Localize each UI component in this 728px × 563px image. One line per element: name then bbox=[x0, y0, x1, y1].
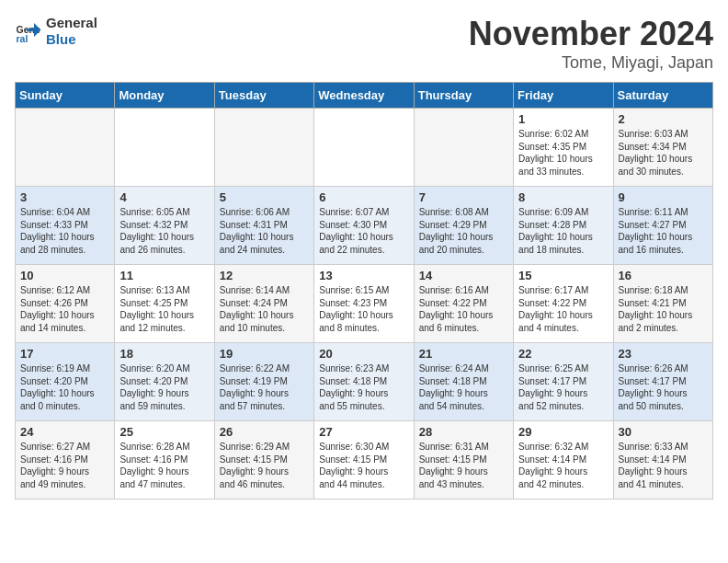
day-number: 5 bbox=[220, 190, 309, 204]
calendar-day-cell: 30Sunrise: 6:33 AM Sunset: 4:14 PM Dayli… bbox=[613, 421, 712, 500]
weekday-header-thursday: Thursday bbox=[414, 83, 513, 109]
day-info: Sunrise: 6:33 AM Sunset: 4:14 PM Dayligh… bbox=[619, 441, 708, 490]
day-number: 25 bbox=[119, 425, 209, 439]
day-info: Sunrise: 6:11 AM Sunset: 4:27 PM Dayligh… bbox=[619, 206, 708, 256]
day-number: 6 bbox=[319, 190, 408, 204]
day-info: Sunrise: 6:14 AM Sunset: 4:24 PM Dayligh… bbox=[220, 284, 309, 334]
day-info: Sunrise: 6:20 AM Sunset: 4:20 PM Dayligh… bbox=[119, 362, 209, 412]
day-number: 24 bbox=[20, 425, 109, 439]
title-block: November 2024 Tome, Miyagi, Japan bbox=[469, 15, 713, 73]
day-info: Sunrise: 6:29 AM Sunset: 4:15 PM Dayligh… bbox=[220, 441, 309, 490]
day-number: 29 bbox=[518, 425, 608, 439]
calendar-day-cell: 19Sunrise: 6:22 AM Sunset: 4:19 PM Dayli… bbox=[214, 343, 313, 421]
day-info: Sunrise: 6:07 AM Sunset: 4:30 PM Dayligh… bbox=[319, 206, 408, 256]
calendar-empty-cell bbox=[414, 109, 513, 187]
logo-blue: Blue bbox=[46, 31, 76, 47]
day-info: Sunrise: 6:08 AM Sunset: 4:29 PM Dayligh… bbox=[419, 206, 508, 256]
weekday-header-monday: Monday bbox=[115, 83, 214, 109]
logo-general: General bbox=[46, 15, 97, 30]
logo-icon: Gene ral bbox=[15, 17, 42, 45]
day-info: Sunrise: 6:16 AM Sunset: 4:22 PM Dayligh… bbox=[419, 284, 508, 334]
weekday-header-sunday: Sunday bbox=[16, 83, 115, 109]
day-info: Sunrise: 6:04 AM Sunset: 4:33 PM Dayligh… bbox=[20, 206, 109, 256]
calendar-week-row: 10Sunrise: 6:12 AM Sunset: 4:26 PM Dayli… bbox=[16, 265, 713, 343]
day-number: 8 bbox=[518, 190, 608, 204]
calendar-day-cell: 10Sunrise: 6:12 AM Sunset: 4:26 PM Dayli… bbox=[16, 265, 115, 343]
day-number: 23 bbox=[619, 347, 708, 361]
calendar-day-cell: 7Sunrise: 6:08 AM Sunset: 4:29 PM Daylig… bbox=[414, 187, 513, 265]
day-number: 27 bbox=[319, 425, 408, 439]
day-info: Sunrise: 6:05 AM Sunset: 4:32 PM Dayligh… bbox=[119, 206, 209, 256]
calendar-day-cell: 22Sunrise: 6:25 AM Sunset: 4:17 PM Dayli… bbox=[514, 343, 613, 421]
day-number: 13 bbox=[319, 269, 408, 282]
weekday-header-saturday: Saturday bbox=[613, 83, 712, 109]
calendar-day-cell: 24Sunrise: 6:27 AM Sunset: 4:16 PM Dayli… bbox=[16, 421, 115, 500]
calendar-empty-cell bbox=[214, 109, 313, 187]
day-number: 17 bbox=[20, 347, 109, 361]
calendar-day-cell: 8Sunrise: 6:09 AM Sunset: 4:28 PM Daylig… bbox=[514, 187, 613, 265]
calendar-day-cell: 5Sunrise: 6:06 AM Sunset: 4:31 PM Daylig… bbox=[214, 187, 313, 265]
day-info: Sunrise: 6:30 AM Sunset: 4:15 PM Dayligh… bbox=[319, 441, 408, 490]
calendar-day-cell: 21Sunrise: 6:24 AM Sunset: 4:18 PM Dayli… bbox=[414, 343, 513, 421]
day-info: Sunrise: 6:18 AM Sunset: 4:21 PM Dayligh… bbox=[619, 284, 708, 334]
calendar-week-row: 24Sunrise: 6:27 AM Sunset: 4:16 PM Dayli… bbox=[16, 421, 713, 500]
day-info: Sunrise: 6:22 AM Sunset: 4:19 PM Dayligh… bbox=[220, 362, 309, 412]
day-info: Sunrise: 6:06 AM Sunset: 4:31 PM Dayligh… bbox=[220, 206, 309, 256]
calendar-day-cell: 29Sunrise: 6:32 AM Sunset: 4:14 PM Dayli… bbox=[514, 421, 613, 500]
weekday-header-tuesday: Tuesday bbox=[214, 83, 313, 109]
day-info: Sunrise: 6:32 AM Sunset: 4:14 PM Dayligh… bbox=[518, 441, 608, 490]
logo: Gene ral General Blue bbox=[15, 15, 97, 48]
day-number: 16 bbox=[619, 269, 708, 282]
day-number: 30 bbox=[619, 425, 708, 439]
day-info: Sunrise: 6:03 AM Sunset: 4:34 PM Dayligh… bbox=[619, 128, 708, 178]
day-number: 4 bbox=[119, 190, 209, 204]
calendar-week-row: 3Sunrise: 6:04 AM Sunset: 4:33 PM Daylig… bbox=[16, 187, 713, 265]
day-info: Sunrise: 6:15 AM Sunset: 4:23 PM Dayligh… bbox=[319, 284, 408, 334]
day-number: 9 bbox=[619, 190, 708, 204]
day-number: 11 bbox=[119, 269, 209, 282]
weekday-header-row: SundayMondayTuesdayWednesdayThursdayFrid… bbox=[16, 83, 713, 109]
day-number: 10 bbox=[20, 269, 109, 282]
day-number: 15 bbox=[518, 269, 608, 282]
day-number: 1 bbox=[518, 112, 608, 126]
day-number: 28 bbox=[419, 425, 508, 439]
day-number: 20 bbox=[319, 347, 408, 361]
day-number: 12 bbox=[220, 269, 309, 282]
day-info: Sunrise: 6:19 AM Sunset: 4:20 PM Dayligh… bbox=[20, 362, 109, 412]
calendar-day-cell: 23Sunrise: 6:26 AM Sunset: 4:17 PM Dayli… bbox=[613, 343, 712, 421]
calendar-day-cell: 18Sunrise: 6:20 AM Sunset: 4:20 PM Dayli… bbox=[115, 343, 214, 421]
calendar-day-cell: 2Sunrise: 6:03 AM Sunset: 4:34 PM Daylig… bbox=[613, 109, 712, 187]
calendar-day-cell: 16Sunrise: 6:18 AM Sunset: 4:21 PM Dayli… bbox=[613, 265, 712, 343]
day-info: Sunrise: 6:12 AM Sunset: 4:26 PM Dayligh… bbox=[20, 284, 109, 334]
calendar-day-cell: 28Sunrise: 6:31 AM Sunset: 4:15 PM Dayli… bbox=[414, 421, 513, 500]
day-number: 26 bbox=[220, 425, 309, 439]
calendar-week-row: 17Sunrise: 6:19 AM Sunset: 4:20 PM Dayli… bbox=[16, 343, 713, 421]
day-info: Sunrise: 6:09 AM Sunset: 4:28 PM Dayligh… bbox=[518, 206, 608, 256]
calendar-day-cell: 11Sunrise: 6:13 AM Sunset: 4:25 PM Dayli… bbox=[115, 265, 214, 343]
day-info: Sunrise: 6:26 AM Sunset: 4:17 PM Dayligh… bbox=[619, 362, 708, 412]
calendar-day-cell: 14Sunrise: 6:16 AM Sunset: 4:22 PM Dayli… bbox=[414, 265, 513, 343]
svg-text:ral: ral bbox=[17, 33, 28, 44]
calendar-day-cell: 17Sunrise: 6:19 AM Sunset: 4:20 PM Dayli… bbox=[16, 343, 115, 421]
day-number: 3 bbox=[20, 190, 109, 204]
day-info: Sunrise: 6:27 AM Sunset: 4:16 PM Dayligh… bbox=[20, 441, 109, 490]
day-number: 2 bbox=[619, 112, 708, 126]
day-number: 18 bbox=[119, 347, 209, 361]
location-title: Tome, Miyagi, Japan bbox=[469, 53, 713, 73]
calendar-day-cell: 12Sunrise: 6:14 AM Sunset: 4:24 PM Dayli… bbox=[214, 265, 313, 343]
calendar-day-cell: 27Sunrise: 6:30 AM Sunset: 4:15 PM Dayli… bbox=[314, 421, 414, 500]
day-info: Sunrise: 6:17 AM Sunset: 4:22 PM Dayligh… bbox=[518, 284, 608, 334]
day-number: 22 bbox=[518, 347, 608, 361]
day-number: 7 bbox=[419, 190, 508, 204]
calendar-day-cell: 6Sunrise: 6:07 AM Sunset: 4:30 PM Daylig… bbox=[314, 187, 414, 265]
calendar-day-cell: 15Sunrise: 6:17 AM Sunset: 4:22 PM Dayli… bbox=[514, 265, 613, 343]
day-info: Sunrise: 6:25 AM Sunset: 4:17 PM Dayligh… bbox=[518, 362, 608, 412]
page-header: Gene ral General Blue November 2024 Tome… bbox=[15, 15, 713, 73]
day-number: 21 bbox=[419, 347, 508, 361]
calendar-day-cell: 1Sunrise: 6:02 AM Sunset: 4:35 PM Daylig… bbox=[514, 109, 613, 187]
month-title: November 2024 bbox=[469, 15, 713, 53]
day-info: Sunrise: 6:24 AM Sunset: 4:18 PM Dayligh… bbox=[419, 362, 508, 412]
weekday-header-wednesday: Wednesday bbox=[314, 83, 414, 109]
day-info: Sunrise: 6:13 AM Sunset: 4:25 PM Dayligh… bbox=[119, 284, 209, 334]
calendar-day-cell: 20Sunrise: 6:23 AM Sunset: 4:18 PM Dayli… bbox=[314, 343, 414, 421]
